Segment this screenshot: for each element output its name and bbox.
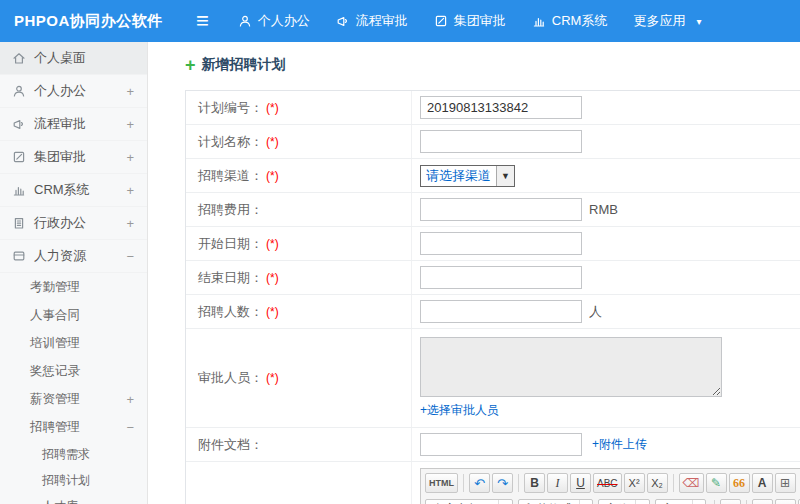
form-row-end-date: 结束日期：(*) bbox=[186, 261, 800, 295]
select-value: 字号 bbox=[662, 501, 686, 504]
editor-bold-button[interactable]: B bbox=[524, 473, 545, 493]
field-label: 计划名称： bbox=[198, 133, 263, 151]
edit-icon bbox=[434, 14, 448, 28]
sidebar-item-label: 行政办公 bbox=[34, 214, 86, 232]
nav-label: 个人办公 bbox=[258, 12, 310, 30]
editor-align-center-button[interactable]: ≡ bbox=[775, 499, 796, 504]
field-label: 开始日期： bbox=[198, 235, 263, 253]
sidebar-item-personal-desktop[interactable]: 个人桌面 bbox=[0, 42, 147, 75]
sidebar-item-attendance-management[interactable]: 考勤管理 bbox=[0, 273, 147, 301]
editor-subscript-button[interactable]: X₂ bbox=[647, 473, 668, 493]
expand-toggle[interactable]: + bbox=[126, 183, 134, 198]
sidebar-item-recruitment-management[interactable]: 招聘管理 − bbox=[0, 413, 147, 441]
end-date-input[interactable] bbox=[420, 266, 582, 289]
attachment-input[interactable] bbox=[420, 433, 582, 456]
expand-toggle[interactable]: + bbox=[126, 392, 134, 407]
nav-process-approval[interactable]: 流程审批 bbox=[323, 0, 421, 42]
select-value: 段落格式 bbox=[525, 501, 573, 504]
sidebar-item-label: 招聘计划 bbox=[42, 472, 90, 489]
editor-custom-title-select[interactable]: 自定义标题 ▾ bbox=[425, 499, 513, 504]
plan-number-input[interactable] bbox=[420, 96, 582, 119]
caret-down-icon: ▾ bbox=[579, 500, 593, 504]
toolbar-separator bbox=[673, 474, 674, 492]
editor-paragraph-format-select[interactable]: 段落格式 ▾ bbox=[518, 499, 594, 504]
sidebar-item-label: 流程审批 bbox=[34, 115, 86, 133]
recruitment-plan-form: 计划编号：(*) 计划名称：(*) 招聘渠道：(*) 请选择渠道 ▼ 招聘费用： bbox=[185, 90, 800, 504]
approver-textarea[interactable] bbox=[420, 337, 722, 397]
headcount-input[interactable] bbox=[420, 300, 582, 323]
sidebar-item-process-approval[interactable]: 流程审批 + bbox=[0, 108, 147, 141]
form-row-start-date: 开始日期：(*) bbox=[186, 227, 800, 261]
nav-personal-office[interactable]: 个人办公 bbox=[225, 0, 323, 42]
editor-italic-button[interactable]: I bbox=[547, 473, 568, 493]
nav-more-apps[interactable]: 更多应用 ▾ bbox=[620, 0, 714, 42]
editor-format-brush-button[interactable]: ✎ bbox=[706, 473, 727, 493]
sidebar-item-label: 个人桌面 bbox=[34, 49, 86, 67]
editor-font-color-button[interactable]: A bbox=[720, 499, 741, 504]
start-date-input[interactable] bbox=[420, 232, 582, 255]
user-icon bbox=[12, 84, 26, 98]
editor-font-style-button[interactable]: A bbox=[752, 473, 773, 493]
sidebar-item-reward-records[interactable]: 奖惩记录 bbox=[0, 357, 147, 385]
sidebar-item-training-management[interactable]: 培训管理 bbox=[0, 329, 147, 357]
field-label: 结束日期： bbox=[198, 269, 263, 287]
sidebar-item-talent-pool[interactable]: 人才库 bbox=[0, 493, 147, 504]
form-row-fee: 招聘费用： RMB bbox=[186, 193, 800, 227]
sidebar-item-admin-office[interactable]: 行政办公 + bbox=[0, 207, 147, 240]
channel-select[interactable]: 请选择渠道 ▼ bbox=[420, 165, 515, 187]
expand-toggle[interactable]: + bbox=[126, 216, 134, 231]
editor-redo-button[interactable]: ↷ bbox=[492, 473, 513, 493]
form-row-plan-number: 计划编号：(*) bbox=[186, 91, 800, 125]
collapse-toggle[interactable]: − bbox=[126, 420, 134, 435]
main-content: + 新增招聘计划 计划编号：(*) 计划名称：(*) 招聘渠道：(*) 请选择渠… bbox=[148, 42, 800, 504]
editor-eraser-button[interactable]: ⌫ bbox=[679, 473, 704, 493]
top-navigation: 个人办公 流程审批 集团审批 CRM系统 更多应用 ▾ bbox=[225, 0, 715, 42]
select-arrow-icon: ▼ bbox=[496, 166, 514, 186]
sidebar-item-crm-system[interactable]: CRM系统 + bbox=[0, 174, 147, 207]
form-row-channel: 招聘渠道：(*) 请选择渠道 ▼ bbox=[186, 159, 800, 193]
sidebar-item-label: 人才库 bbox=[42, 498, 78, 504]
editor-strikethrough-button[interactable]: ABC bbox=[593, 473, 622, 493]
sidebar-item-personal-office[interactable]: 个人办公 + bbox=[0, 75, 147, 108]
sidebar-item-label: 考勤管理 bbox=[30, 279, 80, 296]
nav-crm-system[interactable]: CRM系统 bbox=[519, 0, 621, 42]
hamburger-menu-icon[interactable]: ≡ bbox=[180, 0, 225, 42]
field-label: 招聘费用： bbox=[198, 201, 263, 219]
field-label: 附件文档： bbox=[198, 436, 263, 454]
edit-icon bbox=[12, 150, 26, 164]
field-label: 计划编号： bbox=[198, 99, 263, 117]
sidebar-item-group-approval[interactable]: 集团审批 + bbox=[0, 141, 147, 174]
sidebar-item-personnel-contract[interactable]: 人事合同 bbox=[0, 301, 147, 329]
sidebar-item-label: 招聘管理 bbox=[30, 419, 80, 436]
sidebar-item-label: 培训管理 bbox=[30, 335, 80, 352]
expand-toggle[interactable]: + bbox=[126, 150, 134, 165]
editor-table-button[interactable]: ⊞ bbox=[775, 473, 796, 493]
editor-font-size-select[interactable]: 字号 ▾ bbox=[655, 499, 707, 504]
toolbar-separator bbox=[463, 474, 464, 492]
sidebar-item-label: CRM系统 bbox=[34, 181, 90, 199]
editor-font-family-select[interactable]: 字体 ▾ bbox=[598, 499, 650, 504]
editor-align-left-button[interactable]: ≡ bbox=[752, 499, 773, 504]
required-mark: (*) bbox=[266, 101, 279, 115]
page-title: 新增招聘计划 bbox=[202, 56, 286, 74]
attachment-upload-link[interactable]: +附件上传 bbox=[592, 436, 647, 453]
sidebar-item-recruitment-plan[interactable]: 招聘计划 bbox=[0, 467, 147, 493]
collapse-toggle[interactable]: − bbox=[126, 249, 134, 264]
sidebar-item-recruitment-needs[interactable]: 招聘需求 bbox=[0, 441, 147, 467]
editor-html-button[interactable]: HTML bbox=[425, 473, 458, 493]
nav-group-approval[interactable]: 集团审批 bbox=[421, 0, 519, 42]
editor-blockquote-button[interactable]: 66 bbox=[729, 473, 750, 493]
sidebar-item-salary-management[interactable]: 薪资管理 + bbox=[0, 385, 147, 413]
plan-name-input[interactable] bbox=[420, 130, 582, 153]
editor-superscript-button[interactable]: X² bbox=[624, 473, 645, 493]
editor-underline-button[interactable]: U bbox=[570, 473, 591, 493]
form-row-editor: HTML ↶ ↷ B I U ABC X² X₂ ⌫ ✎ bbox=[186, 462, 800, 504]
card-icon bbox=[12, 249, 26, 263]
editor-undo-button[interactable]: ↶ bbox=[469, 473, 490, 493]
fee-input[interactable] bbox=[420, 198, 582, 221]
expand-toggle[interactable]: + bbox=[126, 117, 134, 132]
expand-toggle[interactable]: + bbox=[126, 84, 134, 99]
megaphone-icon bbox=[12, 117, 26, 131]
select-approver-link[interactable]: +选择审批人员 bbox=[420, 402, 499, 419]
sidebar-item-human-resources[interactable]: 人力资源 − bbox=[0, 240, 147, 273]
